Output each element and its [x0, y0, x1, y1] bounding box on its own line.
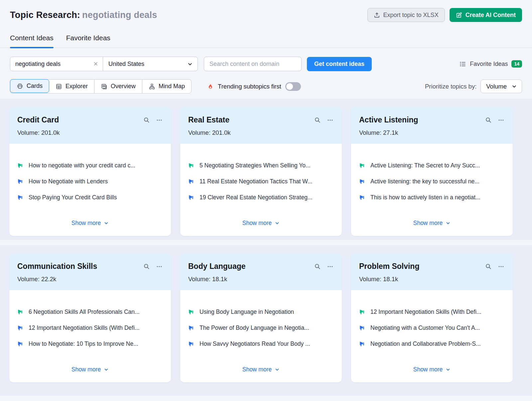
topic-card-header: Credit Card Volume: 201.0k — [9, 107, 171, 144]
content-idea-item[interactable]: 5 Negotiating Strategies When Selling Yo… — [188, 162, 334, 169]
show-more-button[interactable]: Show more — [359, 220, 505, 227]
list-icon — [459, 61, 466, 68]
overview-pages-icon — [101, 83, 107, 90]
tab-favorite-ideas[interactable]: Favorite Ideas — [66, 34, 110, 48]
show-more-button[interactable]: Show more — [17, 366, 163, 373]
content-idea-text: How to negotiate with your credit card c… — [29, 162, 135, 169]
domain-search-input[interactable] — [204, 57, 302, 71]
content-idea-item[interactable]: Active Listening: The Secret to Any Succ… — [359, 162, 505, 169]
content-idea-item[interactable]: Active listening: the key to successful … — [359, 178, 505, 185]
megaphone-green-icon — [359, 162, 365, 169]
chevron-down-icon — [275, 367, 280, 372]
content-idea-item[interactable]: How to Negotiate with Lenders — [17, 178, 163, 185]
view-mode-overview[interactable]: Overview — [94, 80, 142, 93]
view-controls-row: Cards Explorer Overview — [0, 71, 532, 94]
view-mode-explorer[interactable]: Explorer — [49, 80, 94, 93]
create-ai-content-label: Create AI Content — [466, 12, 516, 19]
search-icon[interactable] — [485, 263, 492, 270]
content-idea-item[interactable]: 11 Real Estate Negotiation Tactics That … — [188, 178, 334, 185]
content-idea-item[interactable]: 12 Important Negotiation Skills (With De… — [359, 308, 505, 315]
more-options-icon[interactable] — [327, 117, 334, 123]
show-more-button[interactable]: Show more — [17, 220, 163, 227]
tab-bar: Content Ideas Favorite Ideas — [0, 34, 532, 48]
content-idea-text: 6 Negotiation Skills All Professionals C… — [29, 308, 140, 315]
content-idea-text: How to Negotiate: 10 Tips to Improve Ne.… — [29, 340, 138, 347]
topic-card-body: Using Body Language in Negotiation The P… — [180, 290, 342, 382]
content-idea-item[interactable]: 19 Clever Real Estate Negotiation Strate… — [188, 194, 334, 201]
content-idea-text: How Savvy Negotiators Read Your Body ... — [200, 340, 310, 347]
megaphone-blue-icon — [359, 341, 365, 347]
trending-subtopics-toggle[interactable] — [285, 82, 301, 91]
view-mode-mind-map[interactable]: Mind Map — [142, 80, 191, 93]
content-idea-item[interactable]: Negotiation and Collaborative Problem-S.… — [359, 340, 505, 347]
topic-query-input[interactable] — [15, 61, 93, 68]
region-select[interactable]: United States — [103, 57, 198, 71]
more-options-icon[interactable] — [497, 117, 505, 123]
explorer-table-icon — [56, 83, 62, 90]
content-idea-item[interactable]: 12 Important Negotiation Skills (With De… — [17, 324, 163, 331]
megaphone-blue-icon — [17, 325, 24, 331]
megaphone-blue-icon — [17, 194, 24, 201]
prioritize-select[interactable]: Volume — [480, 80, 522, 93]
topic-card: Body Language Volume: 18.1k — [180, 253, 342, 382]
more-options-icon[interactable] — [327, 263, 334, 270]
toggle-knob — [286, 83, 293, 90]
view-mode-explorer-label: Explorer — [66, 83, 88, 90]
content-idea-item[interactable]: The Power of Body Language in Negotia... — [188, 324, 334, 331]
topic-card-body: How to negotiate with your credit card c… — [9, 144, 171, 236]
tab-content-ideas[interactable]: Content Ideas — [10, 34, 54, 48]
content-idea-item[interactable]: 6 Negotiation Skills All Professionals C… — [17, 308, 163, 315]
topic-card-volume: Volume: 201.0k — [17, 129, 163, 136]
create-ai-content-button[interactable]: Create AI Content — [450, 8, 522, 22]
view-mode-cards[interactable]: Cards — [10, 79, 49, 93]
megaphone-blue-icon — [359, 178, 365, 185]
flame-icon — [207, 83, 214, 90]
content-idea-text: 11 Real Estate Negotiation Tactics That … — [200, 178, 312, 185]
topic-card-title: Communication Skills — [17, 262, 97, 271]
megaphone-green-icon — [17, 162, 24, 169]
favorite-ideas-link[interactable]: Favorite Ideas 14 — [459, 60, 522, 68]
megaphone-blue-icon — [188, 341, 195, 347]
view-mode-mind-map-label: Mind Map — [159, 83, 185, 90]
search-icon[interactable] — [143, 117, 150, 123]
chevron-down-icon — [446, 367, 451, 372]
cards-grid: Credit Card Volume: 201.0k — [9, 107, 532, 236]
search-icon[interactable] — [314, 117, 321, 123]
more-options-icon[interactable] — [497, 263, 505, 270]
trending-subtopics-control: Trending subtopics first — [207, 82, 301, 91]
content-idea-item[interactable]: This is how to actively listen in a nego… — [359, 194, 505, 201]
content-idea-item[interactable]: Using Body Language in Negotiation — [188, 308, 334, 315]
megaphone-blue-icon — [17, 178, 24, 185]
topic-card-header: Problem Solving Volume: 18.1k — [351, 253, 513, 290]
search-icon[interactable] — [314, 263, 321, 270]
more-options-icon[interactable] — [156, 263, 163, 270]
show-more-button[interactable]: Show more — [188, 220, 334, 227]
clear-query-icon[interactable]: ✕ — [93, 61, 99, 68]
favorite-ideas-count-badge: 14 — [511, 60, 522, 68]
content-idea-item[interactable]: How to negotiate with your credit card c… — [17, 162, 163, 169]
topic-card-body: 6 Negotiation Skills All Professionals C… — [9, 290, 171, 382]
export-topic-button[interactable]: Export topic to XLSX — [367, 8, 445, 22]
export-topic-label: Export topic to XLSX — [383, 12, 439, 19]
content-idea-item[interactable]: How to Negotiate: 10 Tips to Improve Ne.… — [17, 340, 163, 347]
topic-card-volume: Volume: 18.1k — [359, 276, 505, 283]
chevron-down-icon — [446, 221, 451, 226]
show-more-button[interactable]: Show more — [188, 366, 334, 373]
content-idea-text: This is how to actively listen in a nego… — [370, 194, 480, 201]
header-actions: Export topic to XLSX Create AI Content — [367, 8, 522, 22]
content-idea-item[interactable]: How Savvy Negotiators Read Your Body ... — [188, 340, 334, 347]
search-icon[interactable] — [485, 117, 492, 123]
topic-card-header: Active Listening Volume: 27.1k — [351, 107, 513, 144]
content-idea-item[interactable]: Stop Paying Your Credit Card Bills — [17, 194, 163, 201]
search-icon[interactable] — [143, 263, 150, 270]
topic-card: Credit Card Volume: 201.0k — [9, 107, 171, 236]
content-idea-item[interactable]: Negotiating with a Customer You Can't A.… — [359, 324, 505, 331]
more-options-icon[interactable] — [156, 117, 163, 123]
get-content-ideas-button[interactable]: Get content ideas — [307, 57, 372, 71]
megaphone-green-icon — [359, 309, 365, 315]
content-idea-text: Using Body Language in Negotiation — [200, 308, 294, 315]
content-idea-text: 5 Negotiating Strategies When Selling Yo… — [200, 162, 311, 169]
show-more-button[interactable]: Show more — [359, 366, 505, 373]
content-idea-text: How to Negotiate with Lenders — [29, 178, 108, 185]
megaphone-blue-icon — [359, 325, 365, 331]
